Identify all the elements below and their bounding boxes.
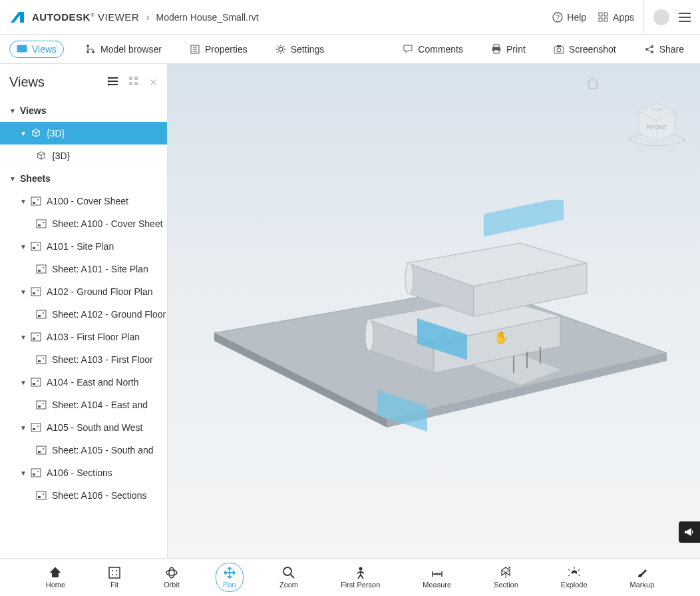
dock-explode[interactable]: Explode	[554, 563, 594, 591]
svg-point-65	[43, 403, 44, 404]
sheet-icon	[31, 468, 41, 477]
tab-model-browser[interactable]: Model browser	[79, 41, 168, 57]
help-button[interactable]: ? Help	[552, 12, 586, 23]
svg-rect-2	[599, 13, 602, 16]
dock-section[interactable]: Section	[487, 563, 525, 591]
svg-point-93	[112, 574, 113, 575]
user-avatar[interactable]	[653, 9, 669, 25]
feedback-tab[interactable]	[679, 521, 700, 543]
svg-point-91	[112, 570, 113, 571]
home-3d-icon[interactable]	[586, 76, 600, 91]
sheet-icon	[36, 400, 47, 410]
filename-label: Modern House_Small.rvt	[156, 12, 259, 23]
svg-point-29	[108, 77, 110, 79]
svg-point-31	[108, 84, 110, 86]
svg-point-97	[283, 567, 291, 575]
dock-fit[interactable]: Fit	[101, 563, 128, 591]
share-button[interactable]: Share	[637, 41, 691, 57]
svg-rect-54	[31, 333, 41, 341]
menu-button[interactable]	[679, 13, 691, 22]
3d-model[interactable]	[188, 200, 680, 440]
cube-icon	[36, 151, 47, 160]
dock-home[interactable]: Home	[39, 563, 72, 591]
tree-sheet-group[interactable]: ▼A101 - Site Plan	[0, 235, 167, 258]
properties-icon	[190, 44, 200, 55]
tree-sheet-group[interactable]: ▼A104 - East and North	[0, 371, 167, 394]
svg-rect-36	[31, 197, 41, 205]
dock-orbit[interactable]: Orbit	[157, 563, 186, 591]
svg-point-19	[557, 48, 561, 52]
dock-zoom[interactable]: Zoom	[273, 563, 305, 591]
secondary-toolbar: Views Model browser Properties Settings …	[0, 35, 700, 64]
tree-sheet-item[interactable]: Sheet: A106 - Sections	[0, 484, 167, 507]
grid-view-icon[interactable]	[129, 77, 138, 88]
sheet-icon	[31, 423, 41, 432]
viewcube[interactable]: TOP FRONT	[627, 91, 687, 150]
camera-icon	[554, 44, 564, 55]
svg-rect-35	[134, 82, 138, 85]
svg-point-95	[166, 570, 177, 575]
tree-item-3d[interactable]: ▼ {3D}	[0, 122, 167, 145]
svg-point-56	[37, 335, 39, 336]
apps-button[interactable]: Apps	[598, 12, 634, 23]
print-icon	[491, 44, 502, 55]
svg-point-85	[365, 319, 373, 351]
dock-markup[interactable]: Markup	[623, 563, 661, 591]
tree-sheet-group[interactable]: ▼A105 - South and West	[0, 416, 167, 439]
tree-sheet-group[interactable]: ▼A102 - Ground Floor Plan	[0, 280, 167, 303]
tree-group-views[interactable]: ▼Views	[0, 99, 167, 122]
screenshot-button[interactable]: Screenshot	[547, 41, 623, 57]
tree-group-sheets[interactable]: ▼Sheets	[0, 167, 167, 190]
print-button[interactable]: Print	[484, 41, 532, 57]
tree-sheet-group[interactable]: ▼A103 - First Floor Plan	[0, 326, 167, 348]
svg-rect-72	[31, 469, 41, 477]
svg-point-94	[116, 574, 117, 575]
dock-first-person[interactable]: First Person	[334, 563, 387, 591]
tab-settings[interactable]: Settings	[269, 41, 331, 57]
svg-point-8	[87, 51, 89, 53]
svg-point-44	[37, 244, 39, 246]
tree-sheet-item[interactable]: Sheet: A103 - First Floor	[0, 348, 167, 371]
svg-line-98	[291, 575, 294, 578]
svg-point-68	[37, 426, 39, 427]
3d-viewport[interactable]: TOP FRONT	[168, 64, 700, 596]
svg-line-110	[578, 575, 580, 576]
svg-rect-15	[494, 45, 499, 47]
svg-rect-64	[38, 406, 41, 408]
gear-icon	[275, 44, 286, 55]
close-panel-icon[interactable]: ✕	[149, 77, 158, 89]
svg-point-30	[108, 81, 110, 83]
svg-rect-49	[33, 292, 35, 294]
tree-sheet-item[interactable]: Sheet: A104 - East and	[0, 394, 167, 416]
svg-rect-63	[37, 401, 46, 409]
tree-sheet-item[interactable]: Sheet: A101 - Site Plan	[0, 258, 167, 280]
tab-properties[interactable]: Properties	[183, 41, 254, 57]
list-view-icon[interactable]	[108, 76, 118, 89]
comments-button[interactable]: Comments	[396, 41, 470, 57]
svg-line-24	[647, 47, 651, 48]
svg-rect-45	[37, 265, 46, 273]
dock-measure[interactable]: Measure	[416, 563, 458, 591]
tree-sheet-item[interactable]: Sheet: A102 - Ground Floor	[0, 303, 167, 326]
svg-point-38	[37, 199, 39, 200]
tree-sheet-item[interactable]: Sheet: A100 - Cover Sheet	[0, 212, 167, 235]
tree-sheet-group[interactable]: ▼A100 - Cover Sheet	[0, 190, 167, 212]
tree-sheet-group[interactable]: ▼A106 - Sections	[0, 461, 167, 484]
help-icon: ?	[552, 12, 563, 23]
sheet-icon	[31, 378, 41, 387]
tree-item-3d-child[interactable]: {3D}	[0, 145, 167, 167]
svg-point-71	[43, 448, 44, 449]
tab-views[interactable]: Views	[9, 41, 64, 58]
apps-grid-icon	[598, 12, 609, 23]
person-icon	[354, 566, 367, 579]
section-icon	[499, 566, 512, 579]
sheet-icon	[31, 242, 41, 251]
svg-point-62	[37, 380, 39, 382]
tree-sheet-item[interactable]: Sheet: A105 - South and	[0, 439, 167, 461]
autodesk-logo-icon	[9, 9, 25, 25]
dock-pan[interactable]: Pan	[216, 563, 244, 592]
svg-point-41	[43, 222, 44, 223]
svg-rect-58	[38, 360, 41, 362]
svg-text:FRONT: FRONT	[647, 124, 667, 131]
share-icon	[644, 44, 655, 55]
